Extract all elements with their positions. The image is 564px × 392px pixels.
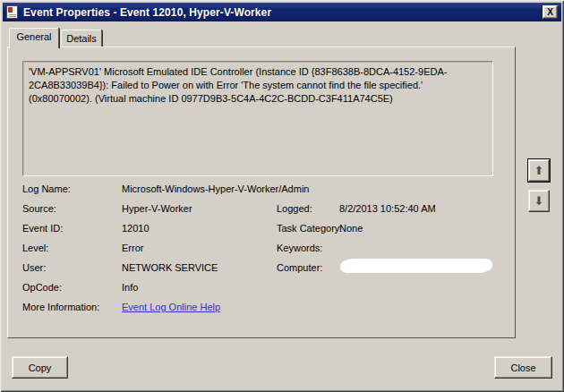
window-title: Event Properties - Event 12010, Hyper-V-… <box>23 6 543 19</box>
up-arrow-icon: ⬆ <box>534 164 544 177</box>
field-label-opcode: OpCode: <box>22 281 62 294</box>
field-value-logged: 8/2/2013 10:52:40 AM <box>339 202 436 215</box>
field-label-keywords: Keywords: <box>277 242 322 254</box>
field-label-event-id: Event ID: <box>22 222 63 234</box>
tab-details[interactable]: Details <box>61 30 102 47</box>
field-label-logged: Logged: <box>277 202 312 215</box>
field-label-task-category: Task Category: <box>277 222 342 234</box>
next-event-button[interactable]: ⬇ <box>528 190 550 212</box>
field-label-source: Source: <box>22 202 56 215</box>
field-value-level: Error <box>122 242 143 254</box>
field-label-user: User: <box>22 261 46 274</box>
title-bar[interactable]: Event Properties - Event 12010, Hyper-V-… <box>3 3 561 21</box>
field-label-more-information: More Information: <box>22 301 99 313</box>
field-value-task-category: None <box>339 222 363 234</box>
event-description-box[interactable]: 'VM-APPSRV01' Microsoft Emulated IDE Con… <box>22 61 493 176</box>
field-value-opcode: Info <box>122 281 138 294</box>
tab-general[interactable]: General <box>9 28 59 48</box>
computer-value-redaction <box>343 260 490 272</box>
general-tab-panel: 'VM-APPSRV01' Microsoft Emulated IDE Con… <box>7 47 516 338</box>
close-window-button[interactable]: X <box>543 5 558 19</box>
field-label-level: Level: <box>22 242 48 254</box>
field-value-event-id: 12010 <box>122 222 150 234</box>
event-properties-dialog: Event Properties - Event 12010, Hyper-V-… <box>0 0 564 392</box>
copy-button[interactable]: Copy <box>12 356 68 379</box>
close-button[interactable]: Close <box>494 356 552 379</box>
field-label-computer: Computer: <box>277 261 322 274</box>
event-properties-icon <box>6 5 18 19</box>
event-log-online-help-link[interactable]: Event Log Online Help <box>122 301 220 313</box>
field-label-log-name: Log Name: <box>22 183 71 195</box>
previous-event-button[interactable]: ⬆ <box>528 159 550 182</box>
field-value-log-name: Microsoft-Windows-Hyper-V-Worker/Admin <box>122 183 309 195</box>
field-value-user: NETWORK SERVICE <box>122 261 218 274</box>
down-arrow-icon: ⬇ <box>534 194 544 208</box>
field-value-source: Hyper-V-Worker <box>122 202 192 215</box>
